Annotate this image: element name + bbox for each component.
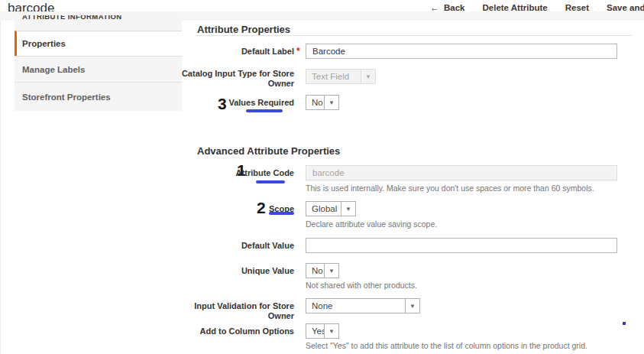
default-label-label: Default Label xyxy=(180,47,294,57)
sidebar-item-label: Manage Labels xyxy=(22,65,85,74)
unique-value-label: Unique Value xyxy=(180,266,294,276)
default-value-input[interactable] xyxy=(306,238,617,253)
scope-value: Global xyxy=(306,202,341,216)
left-edge-divider xyxy=(0,21,1,354)
add-to-column-options-note: Select "Yes" to add this attribute to th… xyxy=(306,341,587,350)
unique-value-value: No xyxy=(306,264,324,278)
sidebar-item-label: Storefront Properties xyxy=(22,93,111,102)
scope-note: Declare attribute value saving scope. xyxy=(306,219,437,229)
add-to-column-options-select[interactable]: Yes ▼ xyxy=(306,323,339,339)
chevron-down-icon: ▼ xyxy=(324,324,338,338)
required-asterisk: * xyxy=(296,46,300,57)
catalog-input-type-value: Text Field xyxy=(306,70,361,83)
attribute-code-note: This is used internally. Make sure you d… xyxy=(306,183,594,193)
chevron-down-icon: ▼ xyxy=(361,70,375,83)
annotation-underline-1 xyxy=(256,180,285,183)
input-validation-label: Input Validation for Store Owner xyxy=(180,301,294,321)
values-required-value: No xyxy=(306,96,324,109)
blue-marker-dot xyxy=(623,322,626,325)
catalog-input-type-select: Text Field ▼ xyxy=(306,69,376,84)
attribute-code-label: Attribute Code xyxy=(180,168,294,178)
chevron-down-icon: ▼ xyxy=(341,202,355,216)
unique-value-note: Not shared with other products. xyxy=(306,281,417,290)
add-to-column-options-label: Add to Column Options xyxy=(180,326,294,336)
annotation-underline-2 xyxy=(269,212,294,215)
section-heading-attribute-properties: Attribute Properties xyxy=(197,24,290,35)
input-validation-value: None xyxy=(306,299,405,313)
unique-value-select[interactable]: No ▼ xyxy=(306,263,339,278)
attribute-information-sidebar: ATTRIBUTE INFORMATION Properties Manage … xyxy=(15,11,182,111)
scope-select[interactable]: Global ▼ xyxy=(306,201,356,216)
sidebar-header-label: ATTRIBUTE INFORMATION xyxy=(22,15,121,21)
sidebar-item-properties[interactable]: Properties xyxy=(15,31,182,56)
catalog-input-type-label: Catalog Input Type for Store Owner xyxy=(180,69,294,89)
default-value-label: Default Value xyxy=(180,241,294,251)
chevron-down-icon: ▼ xyxy=(324,264,338,278)
default-label-input[interactable] xyxy=(306,44,617,59)
annotation-underline-3 xyxy=(246,109,283,112)
add-to-column-options-value: Yes xyxy=(306,324,324,338)
chevron-down-icon: ▼ xyxy=(405,299,419,313)
values-required-label: Values Required xyxy=(180,98,294,108)
section-heading-advanced-attribute-properties: Advanced Attribute Properties xyxy=(197,145,340,157)
sidebar-item-storefront-properties[interactable]: Storefront Properties xyxy=(15,82,182,111)
sidebar-header: ATTRIBUTE INFORMATION xyxy=(22,15,121,21)
sidebar-item-manage-labels[interactable]: Manage Labels xyxy=(15,56,182,82)
input-validation-select[interactable]: None ▼ xyxy=(306,298,420,313)
sidebar-item-label: Properties xyxy=(22,39,66,48)
chevron-down-icon: ▼ xyxy=(324,96,338,109)
values-required-select[interactable]: No ▼ xyxy=(306,95,339,110)
attribute-code-input xyxy=(306,165,617,180)
section-divider xyxy=(196,35,633,36)
